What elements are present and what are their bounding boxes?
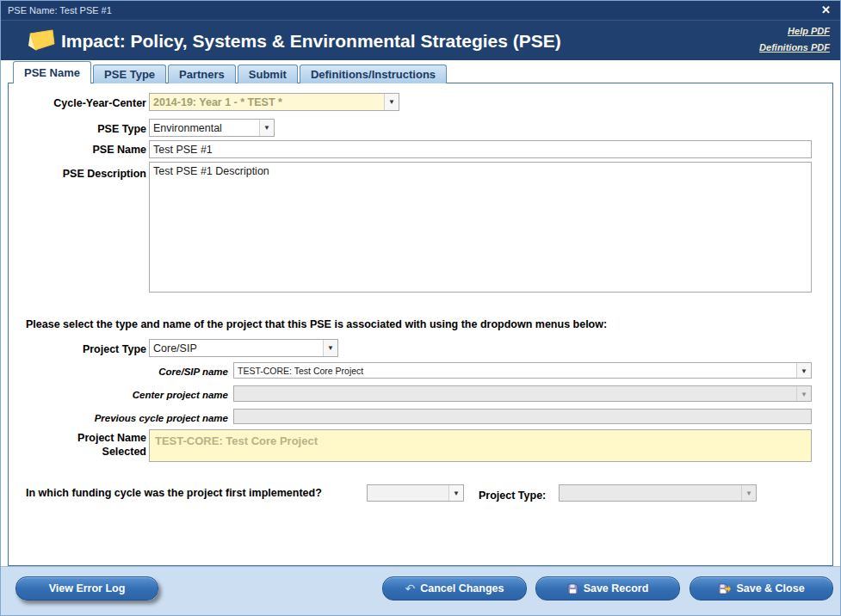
page-title: Impact: Policy, Systems & Environmental … (61, 21, 561, 61)
core-sip-name-label: Core/SIP name (9, 363, 228, 380)
pse-name-label: PSE Name (9, 141, 146, 158)
dropdown-arrow-icon: ▼ (448, 485, 463, 501)
previous-cycle-project-name-field[interactable] (233, 409, 812, 424)
footer-bar: View Error Log ↶ Cancel Changes Save Rec… (1, 566, 840, 616)
project-type-second-label: Project Type: (479, 487, 553, 504)
dropdown-arrow-icon: ▼ (741, 485, 756, 501)
pse-window: PSE Name: Test PSE #1 ✕ Impact: Policy, … (0, 0, 841, 616)
save-close-icon (718, 583, 731, 594)
pse-type-combo[interactable]: Environmental ▼ (149, 119, 275, 137)
undo-icon: ↶ (405, 582, 416, 594)
pse-description-input[interactable]: Test PSE #1 Description (149, 162, 812, 293)
funding-cycle-combo[interactable]: ▼ (367, 484, 464, 502)
help-pdf-link[interactable]: Help PDF (759, 23, 830, 40)
core-sip-name-combo[interactable]: TEST-CORE: Test Core Project ▼ (233, 362, 812, 379)
definitions-pdf-link[interactable]: Definitions PDF (759, 40, 830, 56)
cancel-changes-button[interactable]: ↶ Cancel Changes (382, 576, 527, 601)
save-record-button[interactable]: Save Record (535, 576, 680, 601)
tab-partners[interactable]: Partners (168, 65, 236, 83)
project-name-selected-label: Project Name Selected (50, 431, 146, 459)
dropdown-arrow-icon: ▼ (796, 386, 811, 401)
tab-pse-type[interactable]: PSE Type (93, 65, 166, 83)
project-association-instruction: Please select the type and name of the p… (26, 318, 607, 330)
window-title: PSE Name: Test PSE #1 (8, 5, 112, 15)
tab-bar: PSE Name PSE Type Partners Submit Defini… (13, 61, 448, 83)
cycle-year-center-label: Cycle-Year-Center (9, 95, 146, 112)
header-links: Help PDF Definitions PDF (759, 23, 830, 56)
dropdown-arrow-icon: ▼ (259, 120, 274, 136)
window-titlebar: PSE Name: Test PSE #1 ✕ (1, 1, 840, 20)
project-type-label: Project Type (9, 341, 146, 358)
save-icon (567, 583, 578, 594)
previous-cycle-project-name-label: Previous cycle project name (9, 410, 228, 427)
view-error-log-button[interactable]: View Error Log (15, 576, 158, 601)
dropdown-arrow-icon: ▼ (323, 340, 337, 356)
tab-pse-name[interactable]: PSE Name (13, 61, 91, 83)
tab-definitions-instructions[interactable]: Definitions/Instructions (300, 65, 447, 83)
page-header: Impact: Policy, Systems & Environmental … (1, 20, 840, 60)
funding-cycle-question: In which funding cycle was the project f… (26, 487, 322, 499)
form-content: Cycle-Year-Center 2014-19: Year 1 - * TE… (8, 83, 833, 566)
note-icon (25, 28, 58, 53)
project-type-second-combo[interactable]: ▼ (559, 484, 757, 502)
save-and-close-button[interactable]: Save & Close (689, 576, 833, 601)
close-icon[interactable]: ✕ (821, 1, 831, 20)
dropdown-arrow-icon: ▼ (796, 363, 811, 378)
project-name-selected-field: TEST-CORE: Test Core Project (149, 429, 812, 462)
center-project-name-label: Center project name (9, 386, 228, 403)
tab-submit[interactable]: Submit (238, 65, 298, 83)
pse-type-label: PSE Type (9, 120, 146, 138)
pse-name-input[interactable] (149, 140, 812, 158)
cycle-year-center-combo[interactable]: 2014-19: Year 1 - * TEST * ▼ (149, 93, 399, 111)
pse-description-label: PSE Description (9, 165, 146, 182)
center-project-name-combo[interactable]: ▼ (233, 385, 812, 402)
dropdown-arrow-icon: ▼ (384, 94, 399, 110)
project-type-combo[interactable]: Core/SIP ▼ (149, 339, 338, 357)
